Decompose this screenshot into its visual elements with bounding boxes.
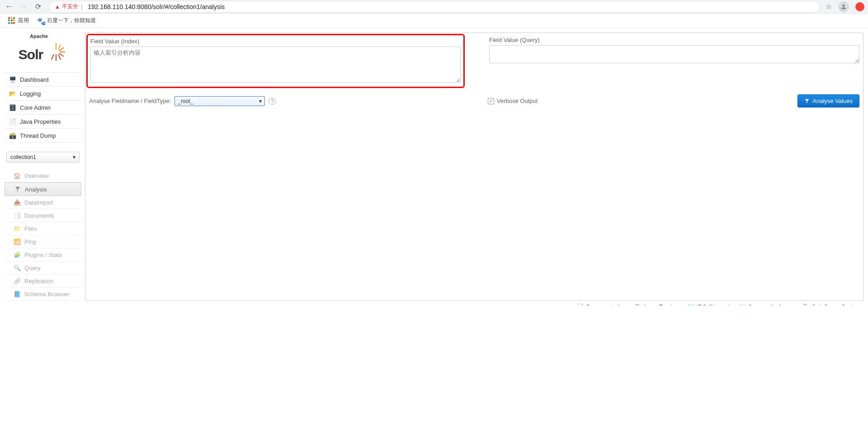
- warning-icon: ▲: [55, 4, 60, 10]
- chevron-down-icon: ▾: [73, 154, 75, 160]
- footer-documentation[interactable]: 📄 Documentation: [577, 303, 626, 305]
- subnav-replication[interactable]: 🔗 Replication: [5, 275, 81, 288]
- nav-logging[interactable]: 📂 Logging: [5, 87, 81, 101]
- fieldtype-select[interactable]: _root_ ▾: [175, 96, 265, 106]
- subnav-analysis[interactable]: Analysis: [5, 182, 81, 196]
- apps-bookmark[interactable]: 应用: [8, 17, 29, 24]
- syntax-icon: 🔍: [802, 303, 810, 305]
- core-admin-icon: 🗄️: [9, 104, 16, 111]
- fieldname-label: Analyse Fieldname / FieldType:: [89, 98, 171, 104]
- folder-icon: 📁: [14, 225, 21, 232]
- bug-icon: 🐞: [634, 303, 641, 305]
- ping-icon: 📶: [14, 238, 21, 245]
- thread-icon: 🗃️: [9, 132, 16, 139]
- query-label: Field Value (Query): [489, 37, 859, 43]
- book-icon: 📘: [14, 290, 21, 298]
- primary-nav: 🖥️ Dashboard 📂 Logging 🗄️ Core Admin 📄 J…: [5, 72, 81, 143]
- solr-logo[interactable]: Apache Solr: [5, 33, 81, 72]
- insecure-badge: ▲ 不安全: [55, 3, 78, 10]
- url-bar[interactable]: ▲ 不安全 | 192.168.110.140:8080/solr/#/coll…: [49, 1, 820, 13]
- back-button[interactable]: ←: [4, 1, 14, 12]
- footer-links: 📄 Documentation 🐞 Issue Tracker 👥 IRC Ch…: [573, 299, 863, 305]
- bookmark-bar: 应用 🐾 百度一下，你就知道: [0, 14, 868, 28]
- nav-dashboard[interactable]: 🖥️ Dashboard: [5, 73, 81, 87]
- documents-icon: 📑: [14, 212, 21, 219]
- subnav-files[interactable]: 📁 Files: [5, 222, 81, 235]
- extension-badge[interactable]: [855, 2, 864, 11]
- search-icon: 🔍: [14, 264, 21, 271]
- profile-avatar[interactable]: [838, 1, 849, 12]
- footer-query-syntax[interactable]: 🔍 Solr Query Syntax: [802, 303, 860, 305]
- verbose-checkbox[interactable]: ✓ Verbose Output: [488, 98, 538, 104]
- subnav-dataimport[interactable]: 📥 Dataimport: [5, 196, 81, 209]
- url-text: 192.168.110.140:8080/solr/#/collection1/…: [88, 3, 225, 10]
- subnav-plugins[interactable]: 🧩 Plugins / Stats: [5, 248, 81, 261]
- subnav-query[interactable]: 🔍 Query: [5, 261, 81, 275]
- core-selector[interactable]: collection1 ▾: [6, 152, 80, 163]
- field-value-index-block: Field Value (Index): [86, 34, 465, 88]
- nav-thread-dump[interactable]: 🗃️ Thread Dump: [5, 129, 81, 143]
- funnel-icon: [804, 98, 810, 104]
- index-label: Field Value (Index): [90, 38, 461, 45]
- logging-icon: 📂: [9, 90, 16, 97]
- subnav-ping[interactable]: 📶 Ping: [5, 235, 81, 248]
- main-content: Field Value (Index) Field Value (Query) …: [85, 33, 863, 301]
- subnav-schema-browser[interactable]: 📘 Schema Browser: [5, 288, 81, 301]
- core-sub-nav: 🏠 Overview Analysis 📥 Dataimport 📑 Docum…: [5, 169, 81, 301]
- index-textarea[interactable]: [90, 47, 461, 83]
- home-icon: 🏠: [14, 172, 21, 179]
- browser-toolbar: ← → ⟳ ▲ 不安全 | 192.168.110.140:8080/solr/…: [0, 0, 868, 14]
- svg-point-0: [842, 4, 844, 6]
- bookmark-star-icon[interactable]: ☆: [826, 2, 832, 11]
- chevron-down-icon: ▾: [259, 98, 262, 104]
- chat-icon: 👥: [687, 303, 694, 305]
- replication-icon: 🔗: [14, 277, 21, 284]
- apps-icon: [8, 17, 15, 24]
- query-textarea[interactable]: [489, 45, 859, 63]
- baidu-icon: 🐾: [37, 17, 44, 24]
- field-value-query-block: Field Value (Query): [489, 37, 859, 85]
- forward-button[interactable]: →: [18, 1, 29, 12]
- sidebar: Apache Solr 🖥️ Dashboard: [5, 33, 81, 301]
- dashboard-icon: 🖥️: [9, 76, 16, 83]
- footer-issue-tracker[interactable]: 🐞 Issue Tracker: [634, 303, 679, 305]
- checkbox-icon: ✓: [488, 98, 494, 104]
- footer-irc[interactable]: 👥 IRC Channel: [687, 303, 730, 305]
- baidu-bookmark[interactable]: 🐾 百度一下，你就知道: [37, 17, 96, 24]
- nav-java-properties[interactable]: 📄 Java Properties: [5, 115, 81, 129]
- help-icon[interactable]: ?: [269, 98, 276, 105]
- mail-icon: ✉️: [738, 303, 745, 305]
- nav-core-admin[interactable]: 🗄️ Core Admin: [5, 101, 81, 115]
- import-icon: 📥: [14, 199, 21, 206]
- java-icon: 📄: [9, 118, 16, 125]
- subnav-documents[interactable]: 📑 Documents: [5, 209, 81, 222]
- plugins-icon: 🧩: [14, 251, 21, 258]
- funnel-icon: [14, 186, 21, 193]
- footer-forum[interactable]: ✉️ Community forum: [738, 303, 794, 305]
- reload-button[interactable]: ⟳: [33, 1, 43, 12]
- subnav-overview[interactable]: 🏠 Overview: [5, 169, 81, 182]
- analyse-button[interactable]: Analyse Values: [797, 94, 859, 107]
- sun-icon: [45, 41, 67, 63]
- doc-icon: 📄: [577, 303, 584, 305]
